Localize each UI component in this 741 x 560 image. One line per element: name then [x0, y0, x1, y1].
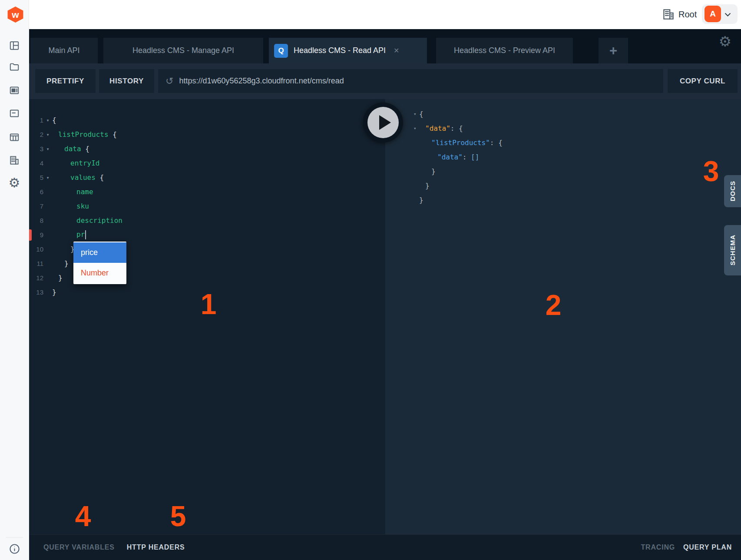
sidebar-item-page-builder[interactable] — [0, 82, 29, 99]
endpoint-url-bar[interactable]: ↺ https://d1w60y56258g3.cloudfront.net/c… — [158, 69, 663, 93]
autocomplete-item-type[interactable]: Number — [73, 263, 126, 283]
tracing-toggle[interactable]: TRACING — [641, 543, 675, 551]
execute-query-button[interactable] — [363, 103, 403, 142]
plus-icon: + — [609, 43, 617, 59]
docs-panel-toggle[interactable]: DOCS — [724, 175, 741, 207]
code-token: description — [76, 216, 122, 225]
fold-icon[interactable]: ▾ — [43, 146, 52, 152]
sidebar-item-files[interactable] — [0, 59, 29, 75]
json-key: "listProducts" — [431, 139, 490, 147]
avatar[interactable]: A — [705, 6, 721, 22]
http-headers-toggle[interactable]: HTTP HEADERS — [127, 543, 185, 551]
json-key: "data" — [437, 153, 463, 161]
fold-icon[interactable]: ▾ — [43, 175, 52, 181]
code-line[interactable]: 1 ▾ { — [29, 113, 385, 127]
result-row: "data": [] — [414, 150, 741, 164]
autocomplete-popup: price Number — [73, 242, 126, 284]
code-line[interactable]: 5 ▾ values { — [29, 170, 385, 185]
sidebar-item-dashboard[interactable] — [0, 37, 29, 54]
tab-label: Headless CMS - Manage API — [132, 46, 234, 55]
docs-label: DOCS — [729, 181, 736, 201]
line-number: 6 — [29, 188, 43, 196]
playground-settings-button[interactable]: ⚙ — [718, 34, 731, 49]
code-line[interactable]: 3 ▾ data { — [29, 142, 385, 156]
schema-panel-toggle[interactable]: SCHEMA — [724, 225, 741, 275]
info-button[interactable] — [0, 540, 29, 557]
code-token: listProducts — [58, 130, 109, 139]
top-bar: Root A — [0, 0, 741, 29]
code-line-with-cursor[interactable]: 9 pr — [29, 228, 385, 242]
tab-headless-cms-manage-api[interactable]: Headless CMS - Manage API — [103, 38, 263, 63]
form-icon — [9, 108, 20, 119]
layout-icon — [9, 40, 20, 51]
code-punctuation: } — [58, 274, 63, 282]
error-line-marker — [29, 229, 32, 241]
annotation-5: 5 — [170, 502, 186, 530]
json-punctuation: } — [419, 196, 423, 204]
json-key: "data" — [425, 124, 450, 133]
code-punctuation: { — [81, 145, 89, 153]
annotation-3: 3 — [703, 157, 719, 186]
query-plan-toggle[interactable]: QUERY PLAN — [683, 543, 732, 551]
sidebar-item-headless-cms[interactable] — [0, 129, 29, 146]
result-json-viewer: ▾ { ▾ "data": { "listProducts": { "data"… — [385, 99, 741, 207]
code-punctuation: { — [96, 173, 104, 182]
api-tab-strip: Main API Headless CMS - Manage API Q Hea… — [29, 29, 741, 63]
endpoint-url[interactable]: https://d1w60y56258g3.cloudfront.net/cms… — [179, 76, 344, 86]
annotation-1: 1 — [201, 290, 217, 318]
code-line[interactable]: 7 sku — [29, 199, 385, 213]
query-toolbar: PRETTIFY HISTORY ↺ https://d1w60y56258g3… — [29, 63, 741, 99]
json-punctuation: } — [425, 182, 430, 190]
code-punctuation: { — [109, 130, 117, 139]
info-icon — [9, 543, 20, 555]
code-line[interactable]: 2 ▾ listProducts { — [29, 127, 385, 142]
code-token: pr — [76, 230, 85, 239]
code-line[interactable]: 6 name — [29, 185, 385, 199]
code-punctuation: } — [64, 259, 69, 268]
table-icon — [9, 132, 20, 143]
history-button[interactable]: HISTORY — [99, 69, 154, 93]
fold-icon[interactable]: ▾ — [414, 126, 419, 131]
fold-icon[interactable]: ▾ — [43, 117, 52, 123]
webiny-logo[interactable]: w — [7, 7, 24, 23]
query-variables-toggle[interactable]: QUERY VARIABLES — [43, 543, 115, 551]
autocomplete-item-price[interactable]: price — [73, 242, 126, 263]
sidebar-item-forms[interactable] — [0, 105, 29, 122]
chevron-down-icon[interactable] — [724, 13, 731, 17]
graphql-playground-app: Root A w — [0, 0, 741, 560]
slides-icon — [9, 85, 20, 96]
copy-curl-button[interactable]: COPY CURL — [668, 69, 738, 93]
tab-main-api[interactable]: Main API — [30, 38, 98, 63]
code-line[interactable]: 8 description — [29, 213, 385, 228]
sidebar-item-settings[interactable]: ⚙ — [0, 175, 29, 191]
line-number: 3 — [29, 145, 43, 152]
line-number: 8 — [29, 217, 43, 224]
tab-headless-cms-read-api[interactable]: Q Headless CMS - Read API ✕ — [269, 38, 427, 63]
fold-icon[interactable]: ▾ — [43, 132, 52, 138]
code-token: entryId — [70, 159, 99, 167]
code-line[interactable]: 4 entryId — [29, 156, 385, 170]
line-number: 1 — [29, 116, 43, 124]
result-row: ▾ { — [414, 107, 741, 121]
code-punctuation: } — [52, 288, 56, 296]
tab-headless-cms-preview-api[interactable]: Headless CMS - Preview API — [436, 38, 573, 63]
fold-icon[interactable]: ▾ — [414, 111, 419, 117]
reset-endpoint-icon[interactable]: ↺ — [165, 76, 173, 86]
add-tab-button[interactable]: + — [599, 38, 628, 63]
json-punctuation: : { — [490, 139, 503, 147]
close-tab-icon[interactable]: ✕ — [394, 46, 399, 55]
text-cursor — [85, 230, 86, 239]
result-row: } — [414, 164, 741, 179]
annotation-2: 2 — [546, 291, 562, 319]
line-number: 13 — [29, 288, 43, 296]
line-number: 2 — [29, 131, 43, 138]
sidebar-item-tenant-manager[interactable] — [0, 152, 29, 169]
tab-label: Headless CMS - Read API — [294, 46, 386, 55]
result-pane: ▾ { ▾ "data": { "listProducts": { "data"… — [385, 99, 741, 534]
building-icon — [9, 155, 20, 166]
play-triangle — [379, 115, 391, 130]
gear-icon: ⚙ — [718, 33, 731, 50]
query-badge-icon: Q — [274, 44, 288, 58]
prettify-button[interactable]: PRETTIFY — [35, 69, 96, 93]
code-token: name — [76, 188, 93, 196]
